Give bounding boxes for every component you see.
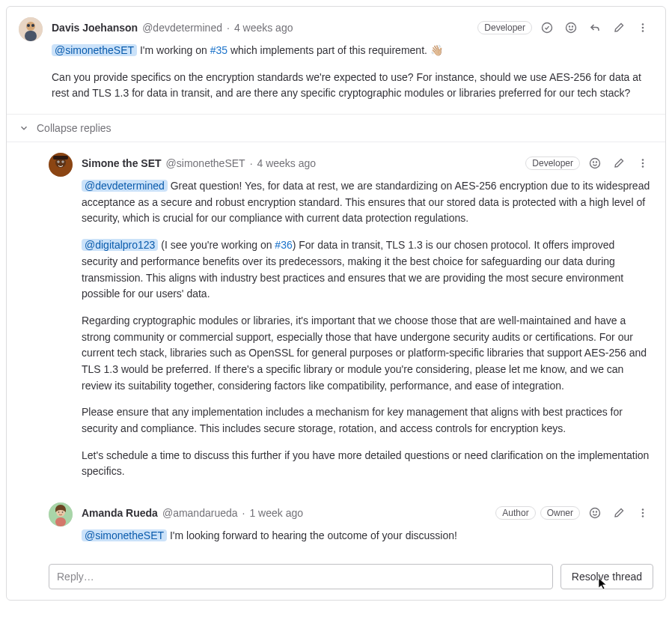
svg-point-6 xyxy=(566,23,576,33)
comment-body: Davis Joehanson @devdetermined · 4 weeks… xyxy=(52,17,653,105)
svg-point-22 xyxy=(642,159,644,161)
author-handle[interactable]: @simonetheSET xyxy=(166,157,245,169)
issue-link[interactable]: #35 xyxy=(210,44,227,56)
emoji-icon[interactable] xyxy=(560,17,581,38)
separator: · xyxy=(242,507,245,519)
timestamp[interactable]: 4 weeks ago xyxy=(234,22,293,34)
svg-point-23 xyxy=(642,162,644,165)
svg-rect-18 xyxy=(53,156,68,160)
author-handle[interactable]: @amandarueda xyxy=(162,507,238,519)
svg-point-19 xyxy=(590,159,600,168)
svg-point-31 xyxy=(593,511,594,512)
comment-header: Simone the SET @simonetheSET · 4 weeks a… xyxy=(82,153,653,174)
separator: · xyxy=(227,22,230,34)
svg-point-32 xyxy=(596,511,597,512)
mention[interactable]: @devdetermined xyxy=(82,180,168,192)
comment: Amanda Rueda @amandarueda · 1 week ago A… xyxy=(7,492,665,556)
svg-point-3 xyxy=(27,24,30,27)
mention[interactable]: @simonetheSET xyxy=(82,529,167,541)
svg-point-24 xyxy=(642,165,644,168)
edit-icon[interactable] xyxy=(608,502,629,523)
comment-text: @devdetermined Great question! Yes, for … xyxy=(82,178,653,480)
svg-point-33 xyxy=(642,508,644,511)
comment-actions xyxy=(537,17,653,38)
reply-footer: Resolve thread xyxy=(7,556,665,600)
comment: Simone the SET @simonetheSET · 4 weeks a… xyxy=(7,142,665,492)
author-name[interactable]: Davis Joehanson xyxy=(52,22,138,34)
comment-body: Amanda Rueda @amandarueda · 1 week ago A… xyxy=(82,502,653,547)
timestamp[interactable]: 4 weeks ago xyxy=(257,157,317,169)
author-name[interactable]: Simone the SET xyxy=(82,157,162,169)
comment-thread: Davis Joehanson @devdetermined · 4 weeks… xyxy=(6,6,666,601)
role-badge: Developer xyxy=(477,21,532,34)
svg-point-9 xyxy=(642,23,644,25)
comment-actions xyxy=(584,502,653,523)
comment-header: Amanda Rueda @amandarueda · 1 week ago A… xyxy=(82,502,653,523)
author-handle[interactable]: @devdetermined xyxy=(142,22,222,34)
reply-icon[interactable] xyxy=(584,17,605,38)
svg-point-8 xyxy=(572,26,573,27)
mention[interactable]: @simonetheSET xyxy=(52,44,137,56)
avatar[interactable] xyxy=(49,502,73,526)
role-badge: Owner xyxy=(540,506,580,520)
more-icon[interactable] xyxy=(632,153,653,174)
comment: Davis Joehanson @devdetermined · 4 weeks… xyxy=(7,7,665,114)
separator: · xyxy=(250,157,253,169)
more-icon[interactable] xyxy=(632,502,653,523)
collapse-label: Collapse replies xyxy=(37,122,112,134)
svg-point-27 xyxy=(58,511,60,513)
svg-point-20 xyxy=(593,162,594,162)
reply-section: Simone the SET @simonetheSET · 4 weeks a… xyxy=(7,142,665,600)
svg-point-4 xyxy=(31,24,34,27)
emoji-icon[interactable] xyxy=(584,502,605,523)
chevron-down-icon xyxy=(19,123,29,133)
collapse-replies-toggle[interactable]: Collapse replies xyxy=(7,114,665,142)
svg-point-11 xyxy=(642,30,644,32)
svg-point-16 xyxy=(58,161,58,162)
svg-point-21 xyxy=(596,162,597,162)
reply-input[interactable] xyxy=(49,564,553,589)
check-circle-icon[interactable] xyxy=(537,17,558,38)
comment-actions xyxy=(584,153,653,174)
svg-point-28 xyxy=(62,511,64,513)
emoji-icon[interactable] xyxy=(584,153,605,174)
svg-rect-2 xyxy=(25,31,37,41)
svg-point-35 xyxy=(642,515,644,517)
svg-point-7 xyxy=(569,26,570,27)
more-icon[interactable] xyxy=(632,17,653,38)
edit-icon[interactable] xyxy=(608,17,629,38)
svg-point-30 xyxy=(590,508,600,518)
avatar[interactable] xyxy=(49,153,73,177)
comment-body: Simone the SET @simonetheSET · 4 weeks a… xyxy=(82,153,653,483)
svg-point-10 xyxy=(642,27,644,29)
edit-icon[interactable] xyxy=(608,153,629,174)
issue-link[interactable]: #36 xyxy=(275,239,292,251)
svg-point-17 xyxy=(62,161,63,162)
mention[interactable]: @digitalpro123 xyxy=(82,239,158,251)
author-name[interactable]: Amanda Rueda xyxy=(82,507,158,519)
svg-rect-29 xyxy=(55,517,66,526)
comment-text: @simonetheSET I'm looking forward to hea… xyxy=(82,528,653,544)
comment-text: @simonetheSET I'm working on #35 which i… xyxy=(52,43,653,102)
avatar[interactable] xyxy=(19,17,43,41)
role-badge: Developer xyxy=(525,157,580,170)
role-badge: Author xyxy=(495,506,535,520)
resolve-thread-button[interactable]: Resolve thread xyxy=(560,564,653,589)
svg-point-34 xyxy=(642,512,644,514)
timestamp[interactable]: 1 week ago xyxy=(249,507,303,519)
comment-header: Davis Joehanson @devdetermined · 4 weeks… xyxy=(52,17,653,38)
